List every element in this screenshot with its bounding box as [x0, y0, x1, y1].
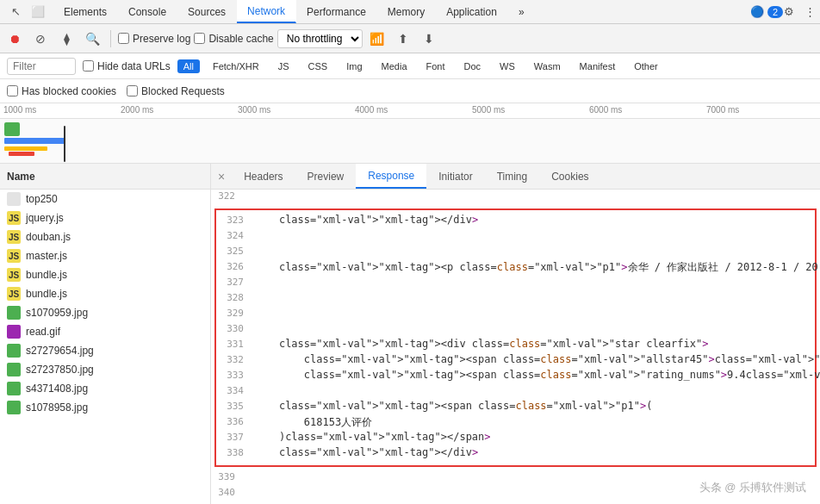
- line-number: 324: [220, 229, 254, 241]
- tab-application[interactable]: Application: [436, 0, 508, 23]
- blocked-requests-checkbox[interactable]: Blocked Requests: [127, 85, 225, 97]
- main-area: Name top250JSjquery.jsJSdouban.jsJSmaste…: [0, 164, 820, 504]
- timeline-bar-green: [4, 122, 20, 136]
- file-list-panel: Name top250JSjquery.jsJSdouban.jsJSmaste…: [0, 164, 211, 504]
- filter-type-other[interactable]: Other: [628, 59, 664, 73]
- tab-memory[interactable]: Memory: [377, 0, 436, 23]
- filter-type-css[interactable]: CSS: [302, 59, 334, 73]
- file-name: bundle.js: [26, 288, 67, 300]
- tab-headers[interactable]: Headers: [232, 164, 295, 189]
- timeline-bar-yellow: [4, 146, 47, 151]
- file-item[interactable]: s1070959.jpg: [0, 303, 210, 322]
- hide-data-urls-checkbox[interactable]: Hide data URLs: [83, 60, 171, 72]
- line-number: 328: [220, 291, 254, 303]
- disable-cache-checkbox[interactable]: Disable cache: [194, 33, 273, 45]
- throttle-select[interactable]: No throttling: [277, 29, 363, 48]
- code-line: 330: [220, 322, 811, 338]
- file-item[interactable]: s27237850.jpg: [0, 360, 210, 379]
- file-type-icon: [7, 363, 21, 376]
- code-line: 326 class="xml-val">"xml-tag"><p class=c…: [220, 260, 811, 276]
- ruler-mark-3: 4000 ms: [351, 105, 469, 115]
- wifi-icon[interactable]: 📶: [366, 28, 388, 50]
- file-item[interactable]: s4371408.jpg: [0, 379, 210, 398]
- filter-icon[interactable]: ⧫: [55, 28, 78, 50]
- has-blocked-cookies-checkbox[interactable]: Has blocked cookies: [7, 85, 116, 97]
- ruler-mark-2: 3000 ms: [234, 105, 351, 115]
- file-name: s27237850.jpg: [26, 364, 94, 376]
- preserve-log-input[interactable]: [118, 33, 129, 44]
- tab-timing[interactable]: Timing: [485, 164, 540, 189]
- filter-type-doc[interactable]: Doc: [458, 59, 488, 73]
- tab-preview[interactable]: Preview: [295, 164, 357, 189]
- file-item[interactable]: top250: [0, 190, 210, 208]
- ruler-mark-4: 5000 ms: [469, 105, 586, 115]
- tab-response[interactable]: Response: [356, 164, 426, 189]
- disable-cache-input[interactable]: [194, 33, 205, 44]
- preserve-log-checkbox[interactable]: Preserve log: [118, 33, 190, 45]
- line-code: class="xml-val">"xml-tag"></div>: [254, 214, 478, 226]
- tab-network[interactable]: Network: [237, 0, 296, 23]
- file-item[interactable]: s27279654.jpg: [0, 341, 210, 360]
- file-item[interactable]: JSdouban.js: [0, 227, 210, 246]
- search-icon[interactable]: 🔍: [81, 28, 103, 50]
- file-type-icon: JS: [7, 287, 21, 301]
- line-number: 337: [220, 431, 254, 443]
- file-item[interactable]: JSbundle.js: [0, 265, 210, 284]
- file-item[interactable]: read.gif: [0, 322, 210, 341]
- stop-circle-icon[interactable]: ⊘: [29, 28, 52, 50]
- close-panel-button[interactable]: ×: [211, 164, 232, 189]
- has-blocked-cookies-input[interactable]: [7, 85, 18, 96]
- tab-performance[interactable]: Performance: [296, 0, 377, 23]
- code-line: 331 class="xml-val">"xml-tag"><div class…: [220, 338, 811, 353]
- file-item[interactable]: JSbundle.js: [0, 284, 210, 303]
- file-type-icon: JS: [7, 249, 21, 263]
- tab-cookies[interactable]: Cookies: [539, 164, 600, 189]
- filter-type-ws[interactable]: WS: [494, 59, 521, 73]
- upload-icon[interactable]: ⬆: [392, 28, 414, 50]
- ruler-mark-5: 6000 ms: [586, 105, 703, 115]
- code-line: 338 class="xml-val">"xml-tag"></div>: [220, 446, 811, 462]
- line-number: 335: [220, 400, 254, 412]
- code-line: 325: [220, 245, 811, 260]
- filter-type-font[interactable]: Font: [420, 59, 451, 73]
- code-area[interactable]: 322 323 class="xml-val">"xml-tag"></div>…: [211, 190, 820, 504]
- filter-input[interactable]: [7, 58, 76, 75]
- tab-elements[interactable]: Elements: [53, 0, 118, 23]
- ruler-mark-1: 2000 ms: [117, 105, 234, 115]
- tab-sources[interactable]: Sources: [177, 0, 237, 23]
- tab-more[interactable]: »: [508, 0, 536, 23]
- blocked-requests-input[interactable]: [127, 85, 138, 96]
- tab-initiator[interactable]: Initiator: [426, 164, 484, 189]
- filter-type-wasm[interactable]: Wasm: [528, 59, 567, 73]
- filter-type-all[interactable]: All: [177, 59, 200, 73]
- file-type-icon: JS: [7, 211, 21, 225]
- filter-type-xhr[interactable]: Fetch/XHR: [207, 59, 265, 73]
- line-code: class="xml-val">"xml-tag"><span class=cl…: [254, 353, 820, 365]
- tab-console[interactable]: Console: [118, 0, 177, 23]
- settings-icon[interactable]: ⚙: [779, 2, 799, 22]
- filter-type-js[interactable]: JS: [272, 59, 295, 73]
- file-item[interactable]: s1078958.jpg: [0, 398, 210, 417]
- inspect-icon[interactable]: ↖: [5, 2, 26, 22]
- file-name: s1078958.jpg: [26, 401, 88, 414]
- code-line: 322: [211, 190, 820, 205]
- file-type-icon: JS: [7, 268, 21, 282]
- more-options-icon[interactable]: ⋮: [799, 2, 820, 22]
- download-icon[interactable]: ⬇: [418, 28, 440, 50]
- device-icon[interactable]: ⬜: [28, 2, 48, 22]
- filter-type-img[interactable]: Img: [340, 59, 368, 73]
- code-lines-before: 322: [211, 190, 820, 205]
- hide-data-urls-input[interactable]: [83, 60, 94, 72]
- file-item[interactable]: JSjquery.js: [0, 208, 210, 227]
- code-line: 334: [220, 384, 811, 400]
- file-item[interactable]: JSmaster.js: [0, 246, 210, 265]
- notifications-icon[interactable]: 🔵 2: [758, 2, 779, 22]
- code-line: 328: [220, 291, 811, 307]
- record-button[interactable]: ⏺: [3, 28, 26, 50]
- file-name: s1070959.jpg: [26, 307, 88, 319]
- filter-type-media[interactable]: Media: [376, 59, 413, 73]
- filter-type-manifest[interactable]: Manifest: [574, 59, 622, 73]
- code-line: 335 class="xml-val">"xml-tag"><span clas…: [220, 400, 811, 415]
- timeline-area: 1000 ms 2000 ms 3000 ms 4000 ms 5000 ms …: [0, 103, 820, 164]
- timeline-content[interactable]: [0, 119, 820, 164]
